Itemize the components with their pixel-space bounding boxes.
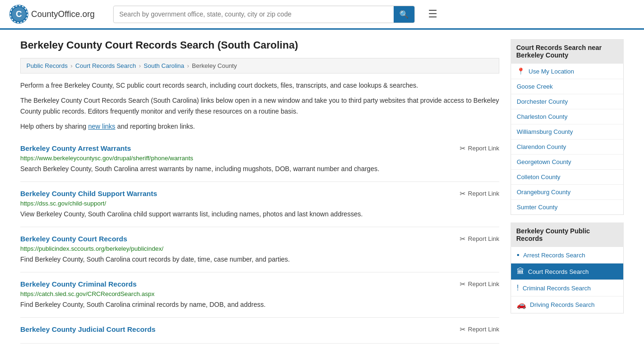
nearby-item-link[interactable]: Georgetown County — [511, 155, 623, 169]
sidebar-nearby-item: Dorchester County — [511, 94, 623, 109]
report-link-label: Report Link — [468, 280, 499, 288]
description-1: Perform a free Berkeley County, SC publi… — [20, 80, 499, 90]
sidebar-nearby-item: Clarendon County — [511, 140, 623, 155]
nearby-item-link[interactable]: Orangeburg County — [511, 185, 623, 199]
record-item: Berkeley County Child Support Warrants ✂… — [20, 182, 499, 227]
record-item: Berkeley County Court Records ✂ Report L… — [20, 227, 499, 272]
public-record-link[interactable]: 🚗Driving Records Search — [511, 296, 623, 313]
record-desc: Search Berkeley County, South Carolina a… — [20, 164, 499, 174]
nearby-header: Court Records Search near Berkeley Count… — [511, 39, 624, 64]
sidebar-nearby-item: Colleton County — [511, 170, 623, 185]
report-link-label: Report Link — [468, 326, 499, 333]
main-container: Berkeley County Court Records Search (So… — [11, 30, 633, 353]
record-desc: View Berkeley County, South Carolina chi… — [20, 209, 499, 219]
sidebar-public-record-item: ▪Arrest Records Search — [511, 247, 623, 263]
record-title[interactable]: Berkeley County Judicial Court Records — [20, 325, 156, 333]
report-icon: ✂ — [460, 235, 466, 243]
breadcrumb-sep-1: › — [70, 62, 72, 69]
breadcrumb-south-carolina[interactable]: South Carolina — [144, 62, 184, 69]
sidebar-public-record-item: 🏛Court Records Search — [511, 263, 623, 280]
description-3: Help others by sharing new links and rep… — [20, 121, 499, 132]
public-records-list: ▪Arrest Records Search🏛Court Records Sea… — [511, 247, 624, 313]
record-url: https://www.berkeleycountysc.gov/drupal/… — [20, 155, 499, 162]
record-title[interactable]: Berkeley County Criminal Records — [20, 280, 137, 288]
location-icon: 📍 — [517, 67, 525, 75]
logo-area: C CountyOffice.org — [9, 5, 104, 24]
report-icon: ✂ — [460, 280, 466, 288]
nearby-item-link[interactable]: Goose Creek — [511, 79, 623, 94]
report-link[interactable]: ✂ Report Link — [460, 325, 499, 334]
record-item: Berkeley County Judicial Court Records ✂… — [20, 318, 499, 344]
breadcrumb-sep-2: › — [139, 62, 140, 69]
nearby-section: Court Records Search near Berkeley Count… — [511, 39, 624, 215]
nearby-item-link[interactable]: Charleston County — [511, 109, 623, 124]
breadcrumb-court-records[interactable]: Court Records Search — [75, 62, 136, 69]
report-link[interactable]: ✂ Report Link — [460, 189, 499, 198]
search-bar: 🔍 — [113, 6, 415, 23]
record-type-icon: 🏛 — [517, 267, 524, 276]
sidebar-nearby-item: Orangeburg County — [511, 185, 623, 200]
report-link-label: Report Link — [468, 145, 499, 152]
report-icon: ✂ — [460, 144, 466, 153]
nearby-item-link[interactable]: Dorchester County — [511, 94, 623, 109]
record-item: Berkeley County Arrest Warrants ✂ Report… — [20, 137, 499, 182]
nearby-item-link[interactable]: Williamsburg County — [511, 124, 623, 139]
sidebar-nearby-item: Georgetown County — [511, 155, 623, 170]
report-link-label: Report Link — [468, 235, 499, 242]
search-button[interactable]: 🔍 — [394, 6, 414, 23]
public-records-section: Berkeley County Public Records ▪Arrest R… — [511, 222, 624, 313]
breadcrumb-sep-3: › — [187, 62, 189, 69]
search-input[interactable] — [114, 7, 394, 22]
record-type-icon: 🚗 — [517, 300, 526, 309]
records-list: Berkeley County Arrest Warrants ✂ Report… — [20, 137, 499, 344]
public-record-link[interactable]: ▪Arrest Records Search — [511, 247, 623, 263]
nearby-item-link[interactable]: Colleton County — [511, 170, 623, 184]
page-title: Berkeley County Court Records Search (So… — [20, 39, 499, 51]
public-record-link[interactable]: 🏛Court Records Search — [511, 263, 623, 280]
use-my-location[interactable]: 📍Use My Location — [511, 64, 623, 79]
content-area: Berkeley County Court Records Search (So… — [20, 39, 499, 344]
record-url: https://dss.sc.gov/child-support/ — [20, 200, 499, 207]
report-icon: ✂ — [460, 325, 466, 334]
public-record-link[interactable]: !Criminal Records Search — [511, 280, 623, 296]
sidebar-public-record-item: 🚗Driving Records Search — [511, 296, 623, 313]
nearby-item-link[interactable]: Clarendon County — [511, 140, 623, 154]
record-title[interactable]: Berkeley County Arrest Warrants — [20, 144, 131, 152]
description-2: The Berkeley County Court Records Search… — [20, 95, 499, 116]
sidebar-nearby-item: 📍Use My Location — [511, 64, 623, 79]
record-type-icon: ▪ — [517, 251, 520, 259]
header: C CountyOffice.org 🔍 ☰ — [0, 0, 644, 30]
report-link[interactable]: ✂ Report Link — [460, 144, 499, 153]
menu-button[interactable]: ☰ — [424, 6, 441, 22]
record-url: https://publicindex.sccourts.org/berkele… — [20, 245, 499, 252]
sidebar-nearby-item: Sumter County — [511, 200, 623, 214]
record-desc: Find Berkeley County, South Carolina cri… — [20, 300, 499, 310]
sidebar-nearby-item: Williamsburg County — [511, 124, 623, 140]
report-link[interactable]: ✂ Report Link — [460, 280, 499, 288]
breadcrumb-public-records[interactable]: Public Records — [26, 62, 67, 69]
nearby-list: 📍Use My LocationGoose CreekDorchester Co… — [511, 64, 624, 215]
record-title[interactable]: Berkeley County Court Records — [20, 235, 127, 243]
record-item: Berkeley County Criminal Records ✂ Repor… — [20, 272, 499, 318]
new-links-link[interactable]: new links — [88, 123, 116, 130]
sidebar-public-record-item: !Criminal Records Search — [511, 280, 623, 296]
record-title[interactable]: Berkeley County Child Support Warrants — [20, 189, 157, 197]
breadcrumb: Public Records › Court Records Search › … — [20, 58, 499, 74]
logo-text: CountyOffice.org — [31, 9, 95, 19]
record-type-icon: ! — [517, 284, 519, 292]
logo-icon: C — [9, 5, 28, 24]
record-url: https://catch.sled.sc.gov/CRCRecordSearc… — [20, 290, 499, 297]
report-link[interactable]: ✂ Report Link — [460, 235, 499, 243]
nearby-item-link[interactable]: Sumter County — [511, 200, 623, 214]
breadcrumb-berkeley-county: Berkeley County — [192, 62, 237, 69]
sidebar-nearby-item: Charleston County — [511, 109, 623, 124]
sidebar: Court Records Search near Berkeley Count… — [511, 39, 624, 344]
sidebar-nearby-item: Goose Creek — [511, 79, 623, 94]
report-link-label: Report Link — [468, 190, 499, 197]
report-icon: ✂ — [460, 189, 466, 198]
public-records-header: Berkeley County Public Records — [511, 222, 624, 247]
svg-text:C: C — [16, 9, 22, 19]
record-desc: Find Berkeley County, South Carolina cou… — [20, 255, 499, 264]
